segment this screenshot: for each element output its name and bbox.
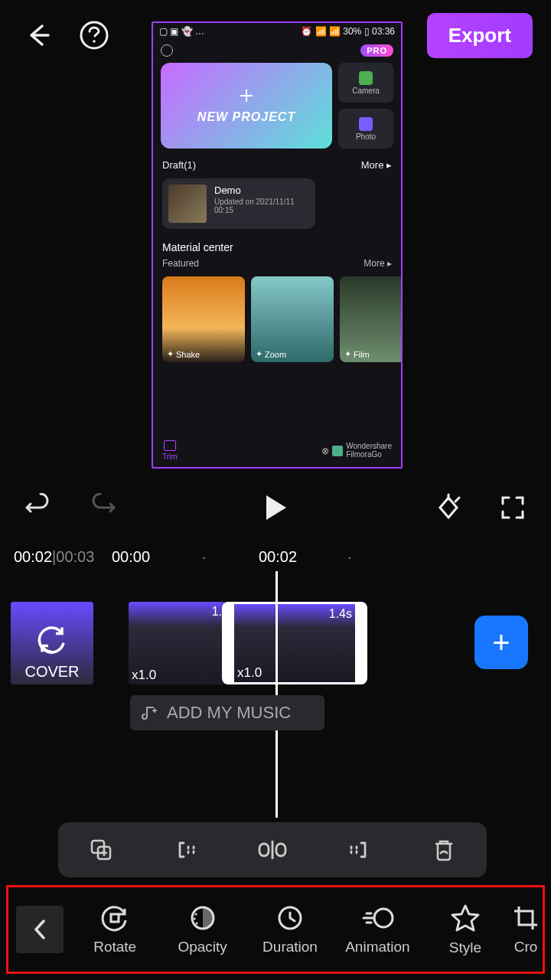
keyframe-button[interactable] [432, 491, 465, 524]
add-music-button[interactable]: ADD MY MUSIC [130, 695, 324, 730]
status-icons: ▢ ▣ 👻 … [159, 26, 204, 37]
tool-label: Opacity [178, 939, 227, 956]
photo-label: Photo [356, 132, 376, 141]
tool-label: Animation [345, 939, 410, 956]
tool-label: Style [449, 939, 481, 956]
trash-icon [431, 837, 457, 863]
copy-button[interactable] [80, 828, 122, 871]
tool-animation[interactable]: Animation [334, 903, 421, 956]
tool-duration[interactable]: Duration [246, 903, 334, 956]
split-button[interactable] [251, 828, 294, 871]
clip-1[interactable]: 1. x1.0 [129, 602, 225, 684]
undo-button[interactable] [21, 491, 55, 524]
photo-card[interactable]: Photo [338, 109, 393, 149]
plus-icon [238, 87, 255, 104]
time-total: 00:03 [56, 548, 94, 566]
export-button[interactable]: Export [427, 13, 533, 58]
svg-point-8 [194, 913, 197, 916]
svg-point-10 [195, 923, 197, 925]
app-logo-icon [332, 446, 343, 456]
tool-rotate[interactable]: Rotate [71, 903, 158, 956]
pro-badge[interactable]: PRO [360, 44, 393, 57]
trim-right-icon [344, 836, 372, 864]
clip-duration: 1. [212, 605, 222, 619]
svg-rect-6 [111, 914, 119, 922]
animation-icon [360, 903, 394, 933]
svg-rect-5 [276, 844, 285, 856]
time-current: 00:02 [14, 548, 52, 566]
profile-icon[interactable] [161, 44, 173, 57]
music-plus-icon [141, 704, 158, 721]
playhead[interactable] [276, 571, 278, 818]
draft-card[interactable]: Demo Updated on 2021/11/11 00:15 [162, 178, 315, 229]
add-music-label: ADD MY MUSIC [167, 703, 291, 723]
camera-card[interactable]: Camera [338, 63, 393, 103]
clip-2-selected[interactable]: 1.4s x1.0 [222, 602, 367, 684]
material-center-title: Material center [153, 234, 401, 255]
split-icon [257, 836, 288, 864]
cover-clip[interactable]: COVER [11, 602, 93, 684]
video-preview: ▢ ▣ 👻 … ⏰ 📶 📶 30% ▯ 03:36 PRO NEW PROJEC… [152, 21, 403, 469]
top-bar-left [18, 16, 113, 54]
fullscreen-icon [500, 495, 526, 521]
feat-label: ✦ Zoom [256, 349, 286, 359]
chevron-left-icon [31, 918, 48, 941]
fullscreen-button[interactable] [496, 491, 530, 524]
featured-label: Featured [162, 258, 199, 269]
help-button[interactable] [75, 16, 113, 54]
trim-tab[interactable]: Trim [162, 440, 178, 461]
help-icon [78, 19, 110, 51]
tool-back-button[interactable] [16, 906, 64, 953]
svg-point-1 [93, 40, 96, 43]
new-project-card[interactable]: NEW PROJECT [161, 63, 332, 149]
camera-icon [359, 71, 373, 85]
rotate-icon [100, 903, 129, 933]
draft-name: Demo [214, 185, 295, 196]
copy-icon [87, 836, 115, 864]
trim-right-button[interactable] [337, 828, 380, 871]
tool-label: Rotate [93, 939, 136, 956]
brand-name-1: Wondershare [346, 443, 392, 451]
crop-icon [511, 903, 540, 933]
draft-duration: 00:15 [214, 206, 295, 214]
svg-point-9 [193, 918, 195, 920]
play-icon [263, 494, 288, 521]
trim-icon [164, 440, 176, 451]
trim-left-button[interactable] [165, 828, 208, 871]
tool-crop[interactable]: Cro [509, 903, 543, 956]
draft-more[interactable]: More ▸ [361, 159, 392, 171]
tool-label: Cro [514, 939, 538, 956]
trim-left-icon [173, 836, 201, 864]
status-right: ⏰ 📶 📶 30% ▯ 03:36 [301, 26, 395, 37]
tool-tray: Rotate Opacity Duration Animation Style … [6, 885, 545, 974]
ruler-mark-0: 00:00 [112, 548, 150, 566]
featured-more[interactable]: More ▸ [364, 258, 392, 269]
brand-name-2: FilmoraGo [346, 451, 392, 459]
camera-label: Camera [352, 87, 380, 95]
clip-speed: x1.0 [132, 668, 156, 683]
play-button[interactable] [259, 491, 292, 524]
tool-opacity[interactable]: Opacity [158, 903, 246, 956]
tool-style[interactable]: Style [422, 903, 509, 956]
draft-thumbnail [168, 185, 207, 223]
back-button[interactable] [18, 16, 57, 54]
close-overlay-icon[interactable]: ⊗ [321, 446, 329, 456]
edit-toolbar [58, 822, 487, 877]
featured-card-shake[interactable]: ✦ Shake [162, 276, 245, 362]
clip-duration: 1.4s [329, 607, 352, 621]
cover-label: COVER [11, 663, 93, 681]
new-project-label: NEW PROJECT [197, 110, 295, 124]
plus-icon: + [492, 626, 510, 660]
clock-icon [276, 903, 305, 933]
featured-card-zoom[interactable]: ✦ Zoom [251, 276, 334, 362]
featured-card-film[interactable]: ✦ Film [340, 276, 403, 362]
draft-header: Draft(1) [162, 159, 196, 171]
feat-label: ✦ Shake [167, 349, 200, 359]
time-ruler[interactable]: 00:02 | 00:03 00:00 · 00:02 · [14, 545, 537, 568]
add-clip-button[interactable]: + [474, 616, 528, 669]
undo-icon [24, 493, 53, 522]
draft-updated: Updated on 2021/11/11 [214, 198, 295, 206]
redo-button[interactable] [86, 491, 119, 524]
opacity-icon [188, 903, 217, 933]
delete-button[interactable] [422, 828, 465, 871]
